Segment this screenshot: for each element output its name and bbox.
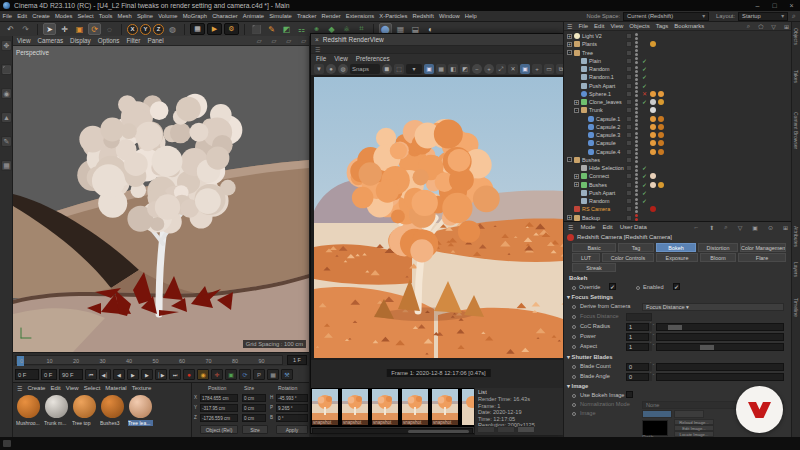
- coord-pos-field[interactable]: -317.95 cm: [200, 404, 238, 412]
- object-row[interactable]: Hide Selection✓: [564, 164, 791, 172]
- viewport-menu-options[interactable]: Options: [98, 37, 120, 44]
- ipr-icon[interactable]: ▣: [520, 64, 530, 74]
- range-end-field[interactable]: 90 F: [59, 369, 83, 380]
- range-start-field[interactable]: 0 F: [15, 369, 39, 380]
- menu-mograph[interactable]: MoGraph: [180, 13, 209, 19]
- image-mode-button-2[interactable]: [674, 410, 704, 418]
- layer-toggle[interactable]: [626, 215, 632, 221]
- close-view-icon[interactable]: ✕: [508, 64, 518, 74]
- visibility-dots[interactable]: [635, 173, 638, 180]
- visibility-dots[interactable]: [635, 132, 638, 139]
- fit-view-icon[interactable]: ⤢: [496, 64, 506, 74]
- menu-spline[interactable]: Spline: [134, 13, 155, 19]
- viewport-menu-filter[interactable]: Filter: [126, 37, 140, 44]
- layer-toggle[interactable]: [626, 173, 632, 179]
- expand-toggle-icon[interactable]: -: [567, 50, 572, 55]
- tag-chip[interactable]: [658, 116, 664, 122]
- material-menu-select[interactable]: Select: [84, 385, 101, 391]
- enabled-checkbox[interactable]: ✓: [673, 283, 680, 290]
- menu-mesh[interactable]: Mesh: [115, 13, 134, 19]
- coord-size-field[interactable]: 0 cm: [242, 394, 266, 402]
- redo-icon[interactable]: ↷: [19, 23, 32, 35]
- stop-render-icon[interactable]: ◼: [382, 64, 392, 74]
- coc-radius-slider[interactable]: [656, 323, 784, 331]
- visibility-dots[interactable]: [635, 148, 638, 155]
- object-row[interactable]: +Backup: [564, 214, 791, 222]
- goto-end-button[interactable]: ⏭: [169, 369, 181, 380]
- tag-chip[interactable]: [650, 91, 656, 97]
- om-burger-icon[interactable]: ☰: [567, 23, 572, 30]
- tab-color-management[interactable]: Color Management: [740, 243, 786, 252]
- next-key-button[interactable]: │▶: [155, 369, 167, 380]
- focus-distance-value[interactable]: [626, 313, 652, 321]
- close-button[interactable]: ×: [787, 1, 796, 10]
- am-up-icon[interactable]: ⬆: [709, 224, 714, 231]
- coord-system-icon[interactable]: ◍: [166, 23, 179, 35]
- pen-button[interactable]: ✎: [265, 23, 278, 35]
- blade-angle-spinner[interactable]: ⌃⌄: [648, 373, 652, 381]
- channel-icon[interactable]: ◧: [448, 64, 458, 74]
- prev-key-button[interactable]: ◀│: [99, 369, 111, 380]
- viewport-toggle-icon[interactable]: ▱: [301, 37, 306, 44]
- tab-lut[interactable]: LUT: [572, 253, 600, 262]
- menu-redshift[interactable]: Redshift: [410, 13, 436, 19]
- menu-render[interactable]: Render: [319, 13, 343, 19]
- tag-chip[interactable]: [650, 124, 656, 130]
- menu-volume[interactable]: Volume: [156, 13, 181, 19]
- tag-chip[interactable]: [650, 140, 656, 146]
- layer-toggle[interactable]: [626, 198, 632, 204]
- visibility-dots[interactable]: [635, 57, 638, 64]
- layout-select[interactable]: Startup▾: [738, 12, 788, 21]
- tag-chip[interactable]: [658, 182, 664, 188]
- keyframe-scale-button[interactable]: ▣: [225, 369, 237, 380]
- layer-toggle[interactable]: [626, 157, 632, 163]
- expand-toggle-icon[interactable]: -: [567, 157, 572, 162]
- next-frame-button[interactable]: ▶: [141, 369, 153, 380]
- visibility-dots[interactable]: [635, 90, 638, 97]
- object-row[interactable]: Capsule.4: [564, 148, 791, 156]
- image-button-1[interactable]: Reload Image...: [674, 419, 714, 425]
- coord-size-select[interactable]: Size: [242, 425, 268, 434]
- material-1[interactable]: [17, 395, 40, 418]
- info-button[interactable]: [517, 426, 535, 433]
- add-aov-icon[interactable]: +: [532, 64, 542, 74]
- coord-rot-field[interactable]: 0 °: [276, 414, 308, 422]
- primitive-cube-button[interactable]: ⬛: [250, 23, 263, 35]
- snapshot-icon[interactable]: ◍: [338, 64, 348, 74]
- am-menu-edit[interactable]: Edit: [602, 224, 612, 230]
- menu-extensions[interactable]: Extensions: [343, 13, 377, 19]
- tag-chip[interactable]: [658, 91, 664, 97]
- menu-window[interactable]: Window: [436, 13, 462, 19]
- expand-toggle-icon[interactable]: +: [574, 100, 579, 105]
- object-row[interactable]: Sphere.1✕: [564, 90, 791, 98]
- cone-set-icon[interactable]: ▲: [1, 112, 12, 123]
- visibility-dots[interactable]: [635, 165, 638, 172]
- keyframe-param-button[interactable]: P: [253, 369, 265, 380]
- visibility-dots[interactable]: [635, 189, 638, 196]
- ab-compare-icon[interactable]: ▣: [424, 64, 434, 74]
- tag-chip[interactable]: [658, 140, 664, 146]
- aspect-slider[interactable]: [656, 343, 784, 351]
- object-row[interactable]: +Plants: [564, 40, 791, 48]
- maximize-button[interactable]: □: [770, 1, 779, 10]
- tag-chip[interactable]: [650, 116, 656, 122]
- tab-exposure[interactable]: Exposure: [656, 253, 698, 262]
- visibility-dots[interactable]: [635, 156, 638, 163]
- tag-chip[interactable]: [658, 124, 664, 130]
- layer-toggle[interactable]: [626, 74, 632, 80]
- om-menu-bookmarks[interactable]: Bookmarks: [674, 23, 704, 29]
- layer-toggle[interactable]: [626, 124, 632, 130]
- object-row[interactable]: +Bushes✓: [564, 181, 791, 189]
- tag-chip[interactable]: [658, 132, 664, 138]
- object-row[interactable]: +Clone_leaves✓: [564, 98, 791, 106]
- visibility-dots[interactable]: [635, 115, 638, 122]
- snapshot-thumb[interactable]: snapshot: [402, 389, 428, 425]
- menu-modes[interactable]: Modes: [52, 13, 75, 19]
- renderview-menu-view[interactable]: View: [334, 55, 348, 62]
- tag-chip[interactable]: [650, 99, 656, 105]
- object-row[interactable]: +Light V2: [564, 32, 791, 40]
- visibility-dots[interactable]: [635, 41, 638, 48]
- visibility-dots[interactable]: [635, 66, 638, 73]
- tab-color-controls[interactable]: Color Controls: [602, 253, 654, 262]
- region-select[interactable]: ▾: [406, 64, 422, 74]
